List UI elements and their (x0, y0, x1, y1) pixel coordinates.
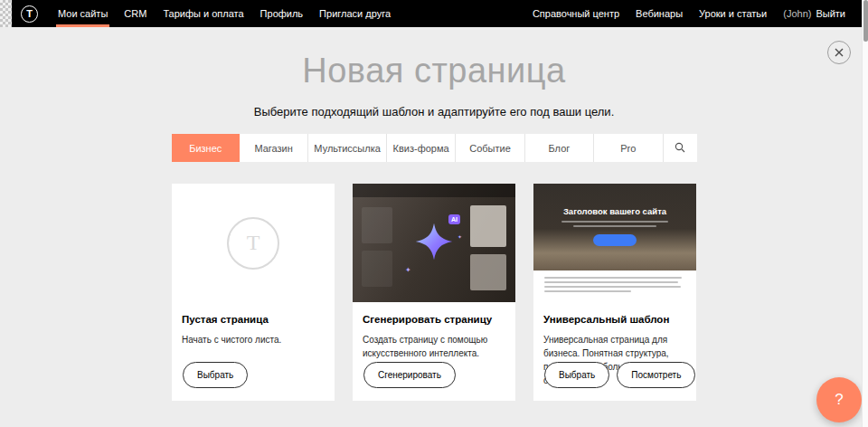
universal-template-preview[interactable]: Заголовок вашего сайта (533, 184, 696, 302)
nav-crm[interactable]: CRM (116, 0, 155, 27)
card-body: Пустая страница Начать с чистого листа. (172, 302, 335, 346)
preview-text-line (544, 286, 681, 288)
preview-text-line (544, 277, 682, 279)
topbar-nav-right: Справочный центр Вебинары Уроки и статьи… (524, 0, 868, 27)
card-title: Пустая страница (182, 314, 325, 325)
preview-block (362, 207, 392, 243)
nav-tariffs[interactable]: Тарифы и оплата (155, 0, 251, 27)
tab-quiz-form[interactable]: Квиз-форма (387, 134, 456, 162)
preview-text-line (573, 225, 656, 227)
nav-invite-friend[interactable]: Пригласи друга (311, 0, 399, 27)
sparkle-icon: ✦ (458, 234, 462, 240)
preview-hero: Заголовок вашего сайта (533, 184, 696, 270)
select-blank-button[interactable]: Выбрать (183, 362, 248, 388)
nav-my-sites[interactable]: Мои сайты (50, 0, 116, 27)
tab-business[interactable]: Бизнес (172, 134, 240, 162)
tab-multilink[interactable]: Мультиссылка (308, 134, 387, 162)
scrollbar[interactable] (862, 0, 868, 427)
topbar: T Мои сайты CRM Тарифы и оплата Профиль … (0, 0, 868, 27)
card-actions: Сгенерировать (363, 362, 456, 388)
card-title: Универсальный шаблон (543, 314, 686, 325)
scrollbar-thumb[interactable] (863, 0, 868, 42)
topbar-nav-left: Мои сайты CRM Тарифы и оплата Профиль Пр… (50, 0, 399, 27)
nav-webinars[interactable]: Вебинары (627, 0, 691, 27)
search-icon (675, 142, 685, 155)
page-title: Новая страница (0, 24, 868, 90)
ai-badge: AI (448, 214, 460, 224)
view-template-button[interactable]: Посмотреть (617, 362, 695, 388)
card-title: Сгенерировать страницу (363, 314, 505, 325)
help-button[interactable]: ? (816, 377, 862, 422)
tab-pro[interactable]: Pro (594, 134, 663, 162)
account-name: (John) (783, 8, 811, 19)
nav-help-center[interactable]: Справочный центр (524, 0, 627, 27)
page-subtitle: Выберите подходящий шаблон и адаптируйте… (0, 105, 868, 119)
tab-blog[interactable]: Блог (525, 134, 594, 162)
blank-page-preview[interactable]: T (172, 184, 335, 302)
new-page-dialog: T Мои сайты CRM Тарифы и оплата Профиль … (0, 0, 868, 427)
ai-sparkle-icon (414, 222, 454, 261)
preview-cta-button (593, 234, 637, 246)
close-button[interactable] (827, 41, 851, 64)
account-logout[interactable]: (John) Выйти (775, 0, 854, 27)
card-blank-page: T Пустая страница Начать с чистого листа… (172, 184, 335, 401)
preview-block (470, 205, 506, 247)
preview-text-line (561, 221, 668, 223)
logout-label: Выйти (816, 8, 845, 19)
generate-button[interactable]: Сгенерировать (363, 362, 456, 388)
card-universal-template: Заголовок вашего сайта Универсальный шаб… (533, 184, 696, 401)
tab-search[interactable] (664, 134, 697, 162)
card-description: Создать страницу с помощью искусственног… (363, 333, 505, 360)
preview-text-line (544, 290, 631, 292)
preview-block (470, 254, 506, 290)
preview-block (362, 251, 392, 287)
nav-lessons[interactable]: Уроки и статьи (691, 0, 775, 27)
tab-shop[interactable]: Магазин (240, 134, 308, 162)
template-category-tabs: Бизнес Магазин Мультиссылка Квиз-форма С… (172, 134, 697, 162)
card-actions: Выбрать Посмотреть (544, 362, 695, 388)
tilda-logo[interactable]: T (21, 5, 38, 23)
preview-text-line (544, 281, 678, 283)
sparkle-icon: ✦ (405, 267, 411, 274)
corner-pattern (0, 0, 12, 27)
nav-profile[interactable]: Профиль (252, 0, 312, 27)
ai-generate-preview[interactable]: AI ✦ ✦ (353, 184, 515, 302)
tab-event[interactable]: Событие (456, 134, 524, 162)
card-description: Начать с чистого листа. (182, 333, 325, 346)
tilda-mark-icon: T (227, 217, 279, 270)
template-cards-row: T Пустая страница Начать с чистого листа… (172, 184, 696, 401)
card-body: Сгенерировать страницу Создать страницу … (353, 302, 515, 360)
card-ai-generate: AI ✦ ✦ Сгенерировать страницу Создать ст… (353, 184, 515, 401)
preview-paragraph (533, 270, 696, 302)
close-icon (835, 46, 844, 60)
card-actions: Выбрать (183, 362, 248, 388)
select-template-button[interactable]: Выбрать (544, 362, 609, 388)
preview-heading: Заголовок вашего сайта (563, 206, 666, 216)
preview-browser-bar (353, 184, 515, 197)
